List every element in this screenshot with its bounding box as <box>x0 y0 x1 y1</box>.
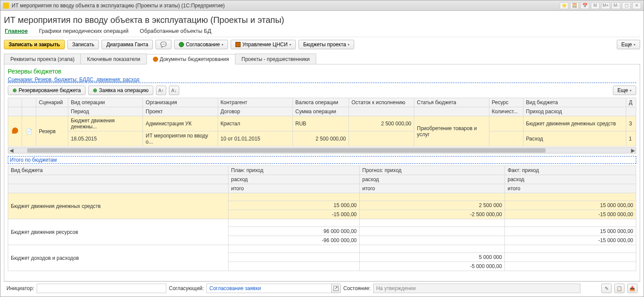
col-project[interactable]: Проект <box>143 107 218 116</box>
summary-label: Бюджет доходов и расходов <box>8 245 228 271</box>
col-blank1[interactable] <box>8 98 22 107</box>
initiator-label: Инициатор: <box>6 285 34 291</box>
budgets-button[interactable]: Бюджеты проекта▾ <box>298 40 354 49</box>
main-toolbar: Записать и закрыть Записать Диаграмма Га… <box>4 40 640 49</box>
chevron-down-icon: ▾ <box>634 43 635 47</box>
subtab-budget-docs[interactable]: Документы бюджетирования <box>146 54 235 64</box>
app-window: ИТ мероприятия по вводу объекта в эксплу… <box>0 0 644 297</box>
open-approver-button[interactable] <box>331 284 341 293</box>
col-budget-type[interactable]: Вид бюджета <box>523 98 626 107</box>
doc-icon: 📄 <box>26 128 32 134</box>
tb-m-icon[interactable]: M <box>591 2 600 9</box>
chevron-down-icon: ▾ <box>348 43 349 47</box>
col-blank2[interactable] <box>22 98 36 107</box>
chevron-down-icon: ▾ <box>222 43 223 47</box>
grid-row[interactable]: 18.05.2015 ИТ мероприятия по вводу о... … <box>8 131 636 147</box>
titlebar: ИТ мероприятия по вводу объекта в эксплу… <box>0 0 644 11</box>
col-scenario[interactable]: Сценарий <box>36 98 68 107</box>
nav-tabs: Главное Графики периодических операций О… <box>4 28 640 37</box>
tb-calendar-icon[interactable]: 📅 <box>581 2 589 9</box>
approval-button[interactable]: Согласование▾ <box>174 40 228 49</box>
grid-row[interactable]: 📄 Резерв Бюджет движения денежны... Адми… <box>8 116 636 131</box>
col-sum[interactable]: Сумма операции <box>292 107 349 116</box>
summary-label: Бюджет движения денежных средств <box>8 193 228 219</box>
reserves-toolbar: ⊕Резервирование бюджета ⊕Заявка на опера… <box>8 86 636 95</box>
tab-schedules[interactable]: Графики периодических операций <box>39 28 128 34</box>
tb-mplus-icon[interactable]: M+ <box>601 2 610 9</box>
scroll-left-icon[interactable]: ◀ <box>8 147 14 153</box>
tb-calc-icon[interactable]: 🧮 <box>570 2 579 9</box>
scroll-thumb[interactable] <box>27 148 546 153</box>
sort-asc-button[interactable]: A↑ <box>156 86 166 95</box>
reserves-more-button[interactable]: Еще▾ <box>613 86 636 95</box>
sub-tabs: Реквизиты проекта (этапа) Ключевые показ… <box>4 54 640 64</box>
save-button[interactable]: Записать <box>67 40 99 49</box>
content-area: ИТ мероприятия по вводу объекта в эксплу… <box>0 11 644 297</box>
more-button[interactable]: Еще▾ <box>617 40 640 49</box>
operation-request-button[interactable]: ⊕Заявка на операцию <box>88 86 153 95</box>
chat-icon: 💬 <box>160 42 167 48</box>
nsi-icon <box>235 42 241 47</box>
filter-link[interactable]: Сценарии: Резерв, бюджеты: БДДС, движени… <box>8 77 636 83</box>
tab-main[interactable]: Главное <box>5 28 28 34</box>
col-d[interactable]: Д <box>626 98 636 107</box>
chevron-down-icon: ▾ <box>289 43 291 47</box>
sum-col-forecast[interactable]: Прогноз: приход <box>359 166 504 175</box>
summary-label: Бюджет движения ресурсов <box>8 219 228 245</box>
col-article[interactable]: Статья бюджета <box>414 98 489 107</box>
reserves-title: Резервы бюджетов <box>8 68 636 75</box>
summary-row[interactable]: Бюджет доходов и расходов <box>8 245 636 253</box>
state-label: Состояние: <box>343 285 371 291</box>
grid-h-scrollbar[interactable]: ◀ ▶ <box>8 147 636 153</box>
totals-grid[interactable]: Вид бюджета План: приход Прогноз: приход… <box>8 166 636 271</box>
titlebar-buttons: ⭐ 🧮 📅 M M+ M- ▢ ✕ <box>560 2 641 9</box>
sort-desc-button[interactable]: A↓ <box>169 86 179 95</box>
row-status-icon <box>12 128 18 134</box>
chat-button[interactable]: 💬 <box>155 40 171 49</box>
save-close-button[interactable]: Записать и закрыть <box>4 40 65 49</box>
sum-col-fact[interactable]: Факт: приход <box>505 166 636 175</box>
initiator-input[interactable] <box>37 284 166 293</box>
gantt-button[interactable]: Диаграмма Ганта <box>102 40 153 49</box>
summary-row[interactable]: Бюджет движения денежных средств <box>8 193 636 201</box>
approver-input[interactable] <box>206 284 332 293</box>
col-resource[interactable]: Ресурс <box>489 98 523 107</box>
approval-icon <box>179 42 184 47</box>
summary-row[interactable]: Бюджет движения ресурсов <box>8 219 636 227</box>
totals-link[interactable]: Итого по бюджетам <box>8 156 636 164</box>
footer-send-button[interactable]: 📤 <box>627 284 638 293</box>
subtab-requisites[interactable]: Реквизиты проекта (этапа) <box>4 54 81 64</box>
tb-mminus-icon[interactable]: M- <box>612 2 620 9</box>
tb-maximize-icon[interactable]: ▢ <box>622 2 631 9</box>
plus-icon: ⊕ <box>13 87 17 93</box>
nsi-button[interactable]: Управление ЦНСИ▾ <box>231 40 296 49</box>
col-period[interactable]: Период <box>68 107 143 116</box>
footer-copy-button[interactable]: 📋 <box>614 284 625 293</box>
reserves-grid[interactable]: Сценарий Вид операции Организация Контра… <box>8 98 636 147</box>
budget-docs-panel: Резервы бюджетов Сценарии: Резерв, бюдже… <box>4 64 640 281</box>
col-contract[interactable]: Договор <box>218 107 292 116</box>
col-counterparty[interactable]: Контрагент <box>218 98 292 107</box>
col-balance[interactable]: Остаток к исполнению <box>349 98 414 107</box>
footer-edit-button[interactable]: ✎ <box>601 284 612 293</box>
tb-fav-icon[interactable]: ⭐ <box>560 2 568 9</box>
col-qty[interactable]: Количест... <box>489 107 523 116</box>
subtab-predecessors[interactable]: Проекты - предшественники <box>235 54 316 64</box>
col-inout[interactable]: Приход расход <box>523 107 626 116</box>
col-currency[interactable]: Валюта операции <box>292 98 349 107</box>
open-icon <box>333 286 339 291</box>
tab-processed[interactable]: Обработанные объекты БД <box>140 28 212 34</box>
app-icon <box>3 3 9 9</box>
footer: Инициатор: Согласующий: Состояние: ✎ 📋 📤 <box>4 281 640 295</box>
subtab-indicators[interactable]: Ключевые показатели <box>80 54 146 64</box>
chevron-down-icon: ▾ <box>630 89 631 93</box>
window-title: ИТ мероприятия по вводу объекта в эксплу… <box>12 3 225 9</box>
approver-label: Согласующий: <box>169 285 204 291</box>
scroll-right-icon[interactable]: ▶ <box>630 147 636 153</box>
sum-col-type[interactable]: Вид бюджета <box>8 166 228 175</box>
tb-close-icon[interactable]: ✕ <box>632 2 641 9</box>
sum-col-plan[interactable]: План: приход <box>228 166 360 175</box>
col-org[interactable]: Организация <box>143 98 218 107</box>
col-op-type[interactable]: Вид операции <box>68 98 143 107</box>
reserve-budget-button[interactable]: ⊕Резервирование бюджета <box>8 86 86 95</box>
